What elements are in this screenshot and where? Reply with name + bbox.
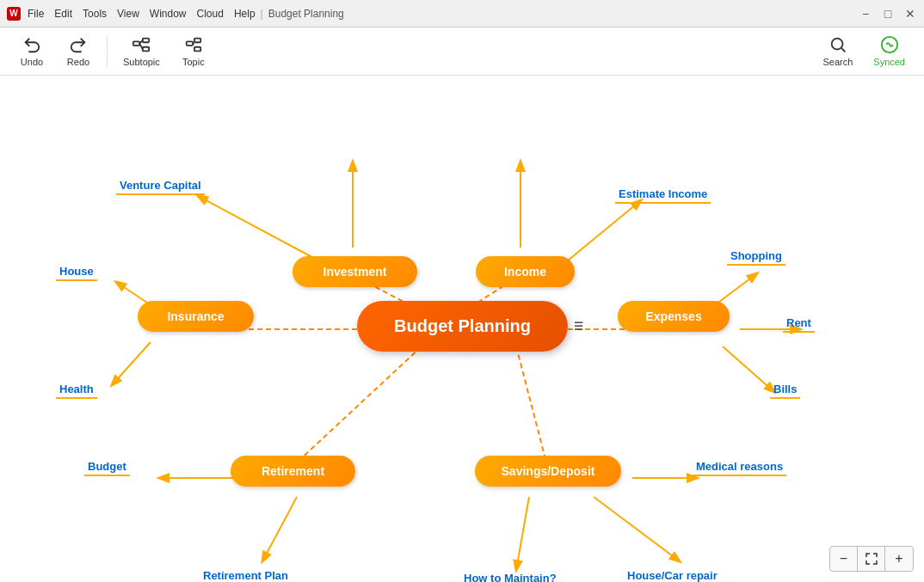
svg-line-4	[140, 44, 144, 49]
menu-view[interactable]: View	[117, 8, 139, 20]
app-icon: W	[7, 7, 21, 21]
svg-line-18	[198, 196, 318, 260]
bills-leaf[interactable]: Bills	[770, 381, 800, 399]
svg-line-29	[516, 497, 529, 570]
zoom-out-button[interactable]: −	[830, 547, 858, 571]
estimate-income-leaf[interactable]: Estimate Income	[615, 186, 711, 204]
synced-button[interactable]: Synced	[865, 32, 914, 70]
topic-button[interactable]: Topic	[172, 32, 215, 70]
doc-title: Budget Planning	[268, 8, 344, 20]
zoom-in-button[interactable]: +	[885, 547, 913, 571]
menu-edit[interactable]: Edit	[54, 8, 72, 20]
svg-line-16	[297, 346, 422, 463]
titlebar: W File Edit Tools View Window Cloud Help…	[0, 0, 924, 28]
menu-help[interactable]: Help	[234, 8, 256, 20]
svg-rect-7	[194, 47, 200, 52]
insurance-node[interactable]: Insurance	[138, 301, 254, 332]
topic-icon	[184, 35, 203, 54]
shopping-leaf[interactable]: Shopping	[727, 248, 785, 266]
synced-icon	[878, 35, 902, 54]
medical-reasons-leaf[interactable]: Medical reasons	[693, 458, 786, 476]
undo-button[interactable]: Undo	[10, 32, 53, 70]
title-separator: |	[261, 8, 263, 20]
income-node[interactable]: Income	[476, 256, 575, 287]
toolbar: Undo Redo Subtopic Topic Search	[0, 28, 924, 76]
node-menu-icon[interactable]: ☰	[574, 321, 583, 333]
undo-icon	[22, 35, 41, 54]
canvas: Budget Planning ☰ Investment Income Expe…	[0, 76, 924, 582]
maximize-button[interactable]: □	[881, 7, 895, 21]
svg-line-28	[262, 497, 297, 561]
minimize-button[interactable]: −	[859, 7, 872, 21]
svg-rect-5	[187, 41, 193, 46]
central-node[interactable]: Budget Planning ☰	[357, 301, 568, 352]
investment-node[interactable]: Investment	[293, 256, 417, 287]
svg-rect-6	[194, 39, 200, 43]
menu-tools[interactable]: Tools	[83, 8, 107, 20]
svg-point-9	[832, 39, 843, 50]
savings-node[interactable]: Savings/Deposit	[475, 456, 621, 487]
menu-file[interactable]: File	[28, 8, 44, 20]
svg-line-26	[112, 342, 151, 385]
svg-line-17	[516, 346, 546, 463]
menu-bar[interactable]: File Edit Tools View Window Cloud Help	[28, 8, 256, 20]
window-controls[interactable]: − □ ✕	[859, 7, 917, 21]
menu-window[interactable]: Window	[150, 8, 187, 20]
search-icon	[829, 35, 847, 54]
subtopic-button[interactable]: Subtopic	[114, 32, 169, 70]
svg-rect-0	[133, 41, 139, 46]
expenses-node[interactable]: Expenses	[618, 301, 730, 332]
svg-line-3	[140, 40, 144, 44]
subtopic-icon	[132, 35, 151, 54]
toolbar-right: Search Synced	[814, 32, 914, 70]
menu-cloud[interactable]: Cloud	[197, 8, 224, 20]
venture-capital-leaf[interactable]: Venture Capital	[116, 177, 205, 195]
redo-button[interactable]: Redo	[57, 32, 100, 70]
redo-icon	[69, 35, 88, 54]
svg-line-21	[568, 200, 641, 260]
fit-icon	[865, 552, 878, 566]
budget-leaf[interactable]: Budget	[84, 458, 130, 476]
svg-line-24	[723, 346, 774, 392]
toolbar-separator	[107, 36, 108, 67]
svg-line-30	[594, 497, 680, 561]
house-leaf[interactable]: House	[56, 263, 97, 281]
retirement-plan-leaf[interactable]: Retirement Plan	[200, 567, 292, 582]
rent-leaf[interactable]: Rent	[783, 315, 815, 333]
svg-rect-1	[143, 39, 149, 43]
zoom-controls: − +	[829, 546, 914, 572]
retirement-node[interactable]: Retirement	[231, 456, 355, 487]
svg-line-10	[841, 48, 845, 52]
how-to-maintain-leaf[interactable]: How to Maintain?	[460, 570, 560, 582]
health-leaf[interactable]: Health	[56, 381, 97, 399]
search-button[interactable]: Search	[814, 32, 861, 70]
close-button[interactable]: ✕	[903, 7, 917, 21]
house-car-repair-leaf[interactable]: House/Car repair	[624, 567, 721, 582]
svg-rect-2	[143, 47, 149, 52]
zoom-fit-button[interactable]	[858, 547, 885, 571]
